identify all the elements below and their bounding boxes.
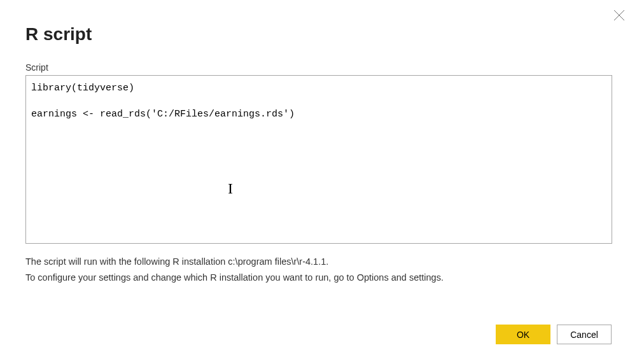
close-icon bbox=[613, 10, 625, 21]
help-line-1: The script will run with the following R… bbox=[25, 254, 612, 270]
r-script-dialog: R script Script The script will run with… bbox=[0, 0, 637, 286]
help-line-2: To configure your settings and change wh… bbox=[25, 270, 612, 286]
button-row: OK Cancel bbox=[496, 325, 612, 344]
close-button[interactable] bbox=[610, 6, 628, 24]
script-input[interactable] bbox=[25, 75, 612, 244]
dialog-title: R script bbox=[25, 24, 612, 45]
ok-button[interactable]: OK bbox=[496, 325, 550, 344]
cancel-button[interactable]: Cancel bbox=[557, 325, 612, 344]
script-label: Script bbox=[25, 62, 612, 73]
help-text: The script will run with the following R… bbox=[25, 254, 612, 286]
